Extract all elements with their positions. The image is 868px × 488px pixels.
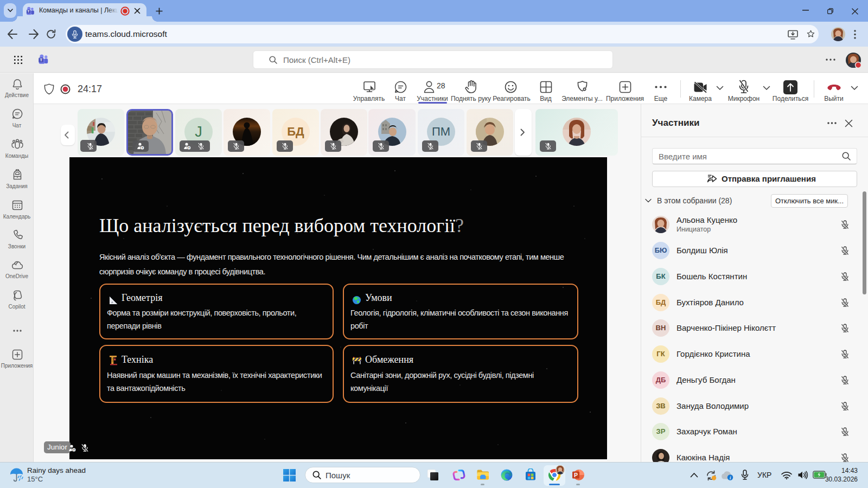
svg-text:P: P xyxy=(574,472,578,478)
svg-text:?: ? xyxy=(73,448,75,452)
svg-text:?: ? xyxy=(142,146,143,150)
svg-text:?: ? xyxy=(188,146,190,150)
svg-text:T: T xyxy=(40,57,42,62)
svg-text:T: T xyxy=(28,10,30,13)
